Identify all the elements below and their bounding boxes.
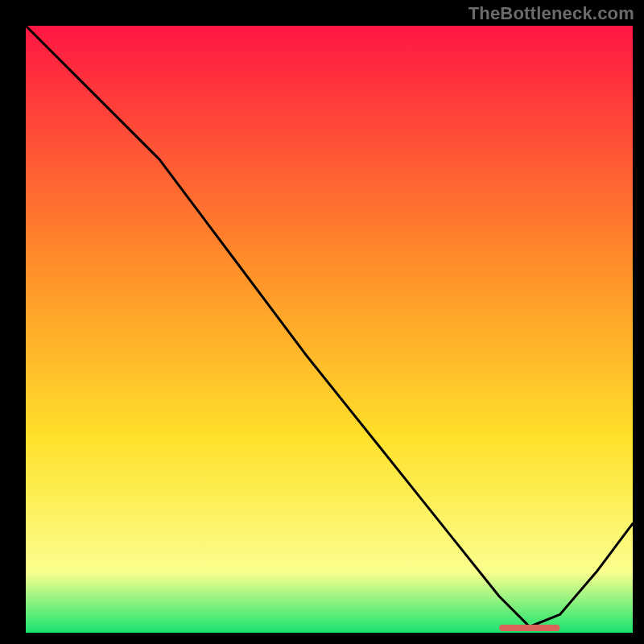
optimal-range-marker xyxy=(499,625,559,631)
plot-area xyxy=(26,26,633,633)
chart-svg xyxy=(26,26,633,633)
chart-frame: TheBottleneck.com xyxy=(0,0,644,644)
watermark-text: TheBottleneck.com xyxy=(469,3,634,24)
